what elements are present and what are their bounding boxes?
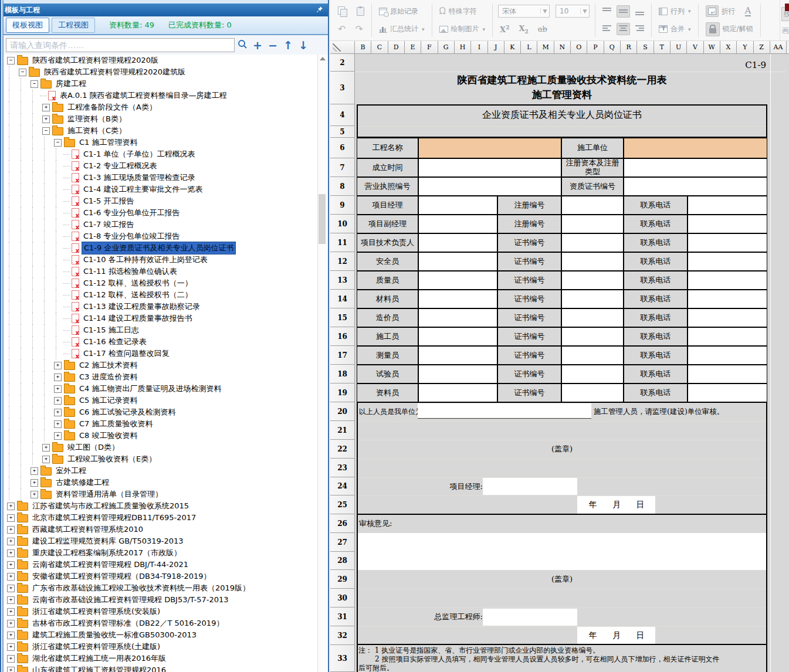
date-cell[interactable]: 年 月 日 bbox=[577, 627, 655, 644]
expand-icon[interactable]: + bbox=[54, 409, 62, 416]
tree-item-label[interactable]: C1-2 专业工程概况表 bbox=[82, 160, 158, 172]
tree-item-label[interactable]: 陕西省建筑工程资料管理规程2020版 bbox=[31, 55, 160, 66]
row-header[interactable]: 15 bbox=[330, 308, 354, 327]
tree-item[interactable]: +重庆建设工程档案编制系统2017（市政版） bbox=[4, 547, 317, 559]
form-input-cell[interactable] bbox=[624, 177, 767, 196]
expand-icon[interactable]: + bbox=[7, 526, 15, 534]
column-header[interactable]: T bbox=[654, 41, 671, 54]
expand-icon[interactable]: + bbox=[7, 573, 15, 581]
font-size-select[interactable]: 10▼ bbox=[556, 5, 590, 18]
row-header[interactable]: 6 bbox=[330, 138, 354, 158]
tree-item-label[interactable]: C8 竣工验收资料 bbox=[77, 430, 139, 442]
superscript-button[interactable]: X2 bbox=[498, 23, 511, 35]
expand-icon[interactable]: + bbox=[7, 585, 15, 592]
tree-item-label[interactable]: 工程竣工验收资料（E类） bbox=[66, 453, 158, 465]
undo-button[interactable]: ↶ bbox=[336, 23, 347, 35]
tree-item-label[interactable]: 山东省建筑工程施工资料管理规程2016 bbox=[31, 664, 168, 672]
row-header[interactable]: 20 bbox=[330, 402, 354, 421]
form-input-cell[interactable] bbox=[418, 215, 497, 233]
tree-item-label[interactable]: 资料管理通用清单（目录管理） bbox=[54, 488, 164, 500]
tree-item-label[interactable]: 广东省市政基础设施工程竣工验收技术资料统一用表（2019版） bbox=[31, 582, 252, 594]
expand-icon[interactable]: + bbox=[42, 104, 50, 111]
column-header[interactable]: Z bbox=[754, 41, 770, 54]
tree-item-label[interactable]: C1-15 施工日志 bbox=[82, 324, 141, 336]
tree-item-label[interactable]: C1-14 建设工程质量事故报告书 bbox=[82, 313, 194, 324]
tree-item[interactable]: −房建工程 bbox=[4, 78, 317, 90]
tree-item[interactable]: xC1-3 施工现场质量管理检查记录 bbox=[4, 172, 317, 184]
row-header[interactable]: 19 bbox=[330, 383, 354, 402]
draw-button[interactable]: 画 bbox=[782, 26, 789, 36]
collapse-icon[interactable]: − bbox=[31, 80, 38, 88]
row-header[interactable]: 21 bbox=[330, 421, 354, 440]
tree-item[interactable]: +西藏建筑工程资料管理系统2010 bbox=[4, 524, 317, 535]
tree-item[interactable]: +山东省建筑工程施工资料管理规程2016 bbox=[4, 664, 317, 672]
tree-item-label[interactable]: C1-17 检查问题整改回复 bbox=[82, 348, 171, 359]
tree-item-label[interactable]: 安徽省建筑工程资料管理规程（DB34-T918-2019） bbox=[31, 571, 213, 582]
wrap-text-button[interactable]: 折行 bbox=[704, 4, 737, 18]
rows-cols-button[interactable]: 行列▾ bbox=[657, 5, 693, 18]
row-header[interactable]: 2 bbox=[330, 54, 354, 72]
tree-item-label[interactable]: 陕西省建筑工程资料管理规程2020建筑版 bbox=[42, 66, 187, 78]
tree-item-label[interactable]: 江苏省建筑与市政工程施工质量验收系统2015 bbox=[31, 500, 191, 512]
row-header[interactable]: 3 bbox=[330, 72, 354, 104]
scroll-up-icon[interactable] bbox=[320, 57, 326, 60]
expand-icon[interactable]: + bbox=[7, 608, 15, 616]
form-input-cell[interactable] bbox=[418, 177, 561, 196]
search-input[interactable] bbox=[6, 38, 235, 52]
collapse-icon[interactable]: − bbox=[19, 69, 26, 76]
row-header[interactable]: 11 bbox=[330, 233, 354, 252]
tree-item-label[interactable]: C1-6 专业分包单位开工报告 bbox=[82, 207, 181, 219]
pin-icon[interactable] bbox=[316, 6, 323, 15]
tree-item[interactable]: +古建筑修建工程 bbox=[4, 477, 317, 488]
tree-item-label[interactable]: 云南省市政基础设施工程资料管理规程 DBJ53/T-57-2013 bbox=[31, 594, 231, 606]
form-input-cell[interactable] bbox=[561, 308, 624, 327]
column-header[interactable]: J bbox=[488, 41, 504, 54]
row-header[interactable]: 28 bbox=[330, 552, 354, 570]
expand-icon[interactable]: + bbox=[42, 444, 50, 452]
column-header[interactable]: R bbox=[621, 41, 637, 54]
column-header[interactable]: S bbox=[637, 41, 653, 54]
form-input-cell[interactable] bbox=[688, 271, 767, 290]
merge-cells-button[interactable]: 合并▾ bbox=[657, 23, 693, 35]
tree-item-label[interactable]: C1-12 取样、送检授权书（二） bbox=[82, 289, 194, 301]
tree-item-label[interactable]: 西藏建筑工程资料管理系统2010 bbox=[31, 524, 145, 535]
valign-middle-button[interactable] bbox=[617, 5, 630, 18]
form-input-cell[interactable] bbox=[483, 478, 577, 495]
row-header[interactable]: 13 bbox=[330, 271, 354, 290]
expand-icon[interactable]: + bbox=[42, 456, 50, 463]
tree-item-label[interactable]: 吉林省市政工程资料管理标准（DB22／T 5016-2019） bbox=[31, 617, 225, 629]
subscript-button[interactable]: X2 bbox=[517, 23, 530, 36]
expand-icon[interactable]: + bbox=[54, 397, 62, 405]
row-header[interactable]: 25 bbox=[330, 495, 354, 514]
tree-item-label[interactable]: 古建筑修建工程 bbox=[54, 477, 111, 488]
tree-item[interactable]: +建筑工程施工质量验收统一标准GB50300-2013 bbox=[4, 629, 317, 641]
row-header[interactable]: 24 bbox=[330, 477, 354, 495]
tree-item[interactable]: xC1-13 建设工程质量事故勘察记录 bbox=[4, 301, 317, 313]
row-header[interactable]: 5 bbox=[330, 126, 354, 138]
form-input-cell[interactable] bbox=[418, 158, 561, 177]
valign-bottom-button[interactable] bbox=[634, 6, 646, 16]
expand-icon[interactable]: + bbox=[7, 632, 15, 639]
expand-icon[interactable]: + bbox=[54, 432, 62, 440]
form-input-cell[interactable] bbox=[418, 308, 497, 327]
tree-item[interactable]: x表A.0.1 陕西省建筑工程资料整编目录—房建工程 bbox=[4, 90, 317, 101]
tree-item[interactable]: xC1-5 开工报告 bbox=[4, 195, 317, 207]
tree-item[interactable]: +竣工图（D类） bbox=[4, 442, 317, 453]
tree-item-label[interactable]: 重庆建设工程档案编制系统2017（市政版） bbox=[31, 547, 183, 559]
tree-item[interactable]: xC1-11 拟选检验单位确认表 bbox=[4, 266, 317, 277]
tree-item[interactable]: +C4 施工物资出厂质量证明及进场检测资料 bbox=[4, 383, 317, 395]
tree-item[interactable]: +广东省市政基础设施工程竣工验收技术资料统一用表（2019版） bbox=[4, 582, 317, 594]
paste-button[interactable] bbox=[355, 6, 366, 17]
tree-item-label[interactable]: C1 施工管理资料 bbox=[77, 137, 139, 148]
tree-item-label[interactable]: 北京市建筑工程资料管理规程DB11/T695-2017 bbox=[31, 512, 198, 524]
tree-item[interactable]: +云南省市政基础设施工程资料管理规程 DBJ53/T-57-2013 bbox=[4, 594, 317, 606]
original-record-button[interactable]: 原始记录 bbox=[377, 5, 420, 18]
collapse-icon[interactable]: − bbox=[54, 139, 62, 147]
form-input-cell[interactable] bbox=[358, 533, 766, 570]
tree-item[interactable]: xC1-17 检查问题整改回复 bbox=[4, 348, 317, 359]
tree-item-label[interactable]: 建筑工程施工质量验收统一标准GB50300-2013 bbox=[31, 629, 198, 641]
form-input-cell[interactable] bbox=[688, 215, 767, 233]
form-input-cell[interactable] bbox=[688, 327, 767, 346]
form-input-cell[interactable] bbox=[688, 252, 767, 271]
column-header[interactable]: F bbox=[421, 41, 438, 54]
